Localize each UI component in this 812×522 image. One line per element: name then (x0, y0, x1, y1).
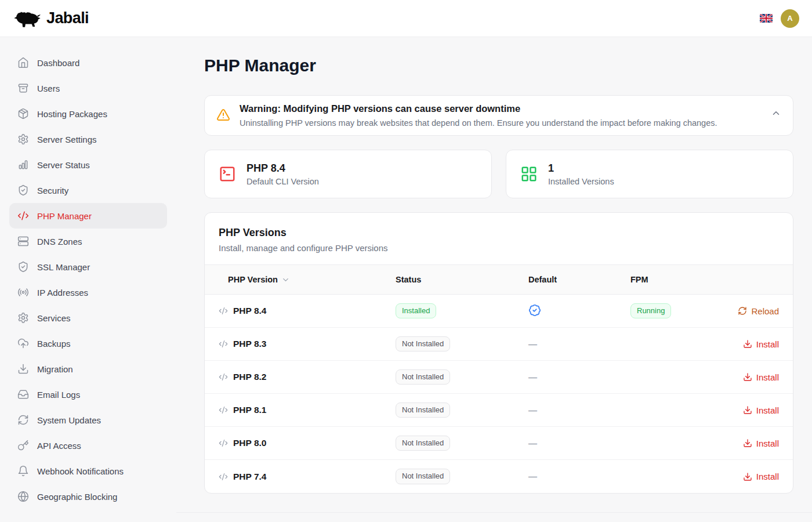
bar-chart-icon (17, 159, 29, 171)
sidebar-item-ssl-manager[interactable]: SSL Manager (9, 254, 167, 280)
download-icon (743, 372, 752, 382)
stat-card-default-cli: PHP 8.4 Default CLI Version (204, 150, 492, 198)
php-version-label: PHP 8.0 (233, 438, 266, 448)
status-badge: Not Installed (396, 436, 450, 451)
main-content: PHP Manager Warning: Modifying PHP versi… (176, 37, 812, 522)
column-header-status: Status (396, 275, 528, 284)
sidebar-item-backups[interactable]: Backups (9, 331, 167, 356)
download-icon (743, 405, 752, 415)
sidebar-item-users[interactable]: Users (9, 75, 167, 101)
code-icon (219, 306, 228, 316)
home-icon (17, 57, 29, 68)
php-version-label: PHP 8.4 (233, 306, 266, 316)
refresh-icon (738, 306, 747, 316)
sidebar-item-api-access[interactable]: API Access (9, 433, 167, 458)
cloud-upload-icon (17, 338, 29, 349)
warning-banner-message: Uninstalling PHP versions may break webs… (240, 118, 717, 128)
stat-label: Installed Versions (548, 177, 614, 186)
reload-button[interactable]: Reload (738, 306, 779, 316)
php-versions-title: PHP Versions (219, 227, 779, 239)
gear-icon (17, 133, 29, 145)
install-button[interactable]: Install (743, 339, 779, 349)
install-button[interactable]: Install (743, 472, 779, 481)
shield-check-icon (17, 184, 29, 196)
page-title: PHP Manager (204, 56, 793, 75)
php-version-label: PHP 8.1 (233, 405, 266, 415)
download-icon (743, 472, 752, 481)
not-default-dash: — (528, 472, 537, 481)
stat-cards: PHP 8.4 Default CLI Version 1 Installed … (204, 150, 793, 198)
code-icon (219, 339, 228, 349)
sidebar-item-security[interactable]: Security (9, 177, 167, 203)
warning-banner-title: Warning: Modifying PHP versions can caus… (240, 103, 717, 114)
php-versions-subtitle: Install, manage and configure PHP versio… (219, 243, 779, 253)
stat-value: 1 (548, 162, 614, 175)
bell-icon (17, 465, 29, 477)
sidebar-item-webhook-notifications[interactable]: Webhook Notifications (9, 458, 167, 484)
page-footer: Jabali Panel (176, 512, 812, 522)
status-badge: Not Installed (396, 469, 450, 484)
table-body: PHP 8.4 Installed Running Reload PHP 8.3… (205, 295, 793, 493)
warning-banner-text: Warning: Modifying PHP versions can caus… (240, 103, 717, 128)
sidebar-item-geographic-blocking[interactable]: Geographic Blocking (9, 484, 167, 509)
stat-value: PHP 8.4 (246, 162, 319, 175)
sidebar-item-dns-zones[interactable]: DNS Zones (9, 229, 167, 254)
download-icon (743, 339, 752, 349)
grid-icon (520, 165, 538, 183)
not-default-dash: — (528, 438, 537, 448)
table-row: PHP 8.2 Not Installed — Install (205, 361, 793, 394)
install-button[interactable]: Install (743, 405, 779, 415)
not-default-dash: — (528, 405, 537, 415)
status-badge: Not Installed (396, 336, 450, 352)
not-default-dash: — (528, 339, 537, 349)
sidebar-item-dashboard[interactable]: Dashboard (9, 50, 167, 75)
chevron-up-icon[interactable] (771, 108, 781, 118)
boar-logo-icon (13, 7, 43, 30)
not-default-dash: — (528, 372, 537, 382)
key-icon (17, 440, 29, 451)
install-button[interactable]: Install (743, 438, 779, 448)
sidebar-item-ip-addresses[interactable]: IP Addresses (9, 280, 167, 305)
sidebar-item-php-manager[interactable]: PHP Manager (9, 203, 167, 229)
php-version-label: PHP 8.2 (233, 372, 266, 382)
sidebar-item-services[interactable]: Services (9, 305, 167, 331)
warning-banner: Warning: Modifying PHP versions can caus… (204, 95, 793, 136)
code-icon (219, 472, 228, 481)
status-badge: Installed (396, 303, 436, 319)
code-icon (219, 405, 228, 415)
gear-icon (17, 312, 29, 324)
sidebar-item-system-updates[interactable]: System Updates (9, 407, 167, 433)
status-badge: Not Installed (396, 369, 450, 385)
chevron-down-icon (281, 276, 290, 284)
code-icon (219, 438, 228, 448)
table-row: PHP 8.0 Not Installed — Install (205, 427, 793, 460)
default-badge-check-icon (528, 304, 541, 317)
brand-name: Jabali (46, 9, 89, 27)
install-button[interactable]: Install (743, 372, 779, 382)
download-icon (17, 363, 29, 375)
download-icon (743, 438, 752, 448)
sidebar-item-hosting-packages[interactable]: Hosting Packages (9, 101, 167, 126)
top-bar: Jabali A (0, 0, 812, 37)
brand: Jabali (13, 7, 89, 30)
sidebar: Dashboard Users Hosting Packages Server … (0, 37, 176, 522)
table-header-row: PHP Version Status Default FPM (205, 264, 793, 295)
sidebar-item-server-settings[interactable]: Server Settings (9, 126, 167, 152)
sidebar-item-email-logs[interactable]: Email Logs (9, 382, 167, 407)
broadcast-icon (17, 287, 29, 298)
sidebar-item-migration[interactable]: Migration (9, 356, 167, 382)
sidebar-item-server-status[interactable]: Server Status (9, 152, 167, 177)
php-version-label: PHP 8.3 (233, 339, 266, 349)
warning-triangle-icon (216, 108, 230, 122)
code-icon (219, 372, 228, 382)
user-avatar[interactable]: A (781, 9, 799, 28)
uk-flag-icon[interactable] (760, 14, 773, 23)
table-row: PHP 7.4 Not Installed — Install (205, 460, 793, 493)
stat-card-installed-versions: 1 Installed Versions (506, 150, 793, 198)
column-header-php-version[interactable]: PHP Version (219, 275, 396, 284)
php-versions-card: PHP Versions Install, manage and configu… (204, 212, 793, 494)
column-header-default: Default (528, 275, 630, 284)
package-icon (17, 108, 29, 119)
refresh-icon (17, 414, 29, 426)
status-badge: Not Installed (396, 403, 450, 418)
